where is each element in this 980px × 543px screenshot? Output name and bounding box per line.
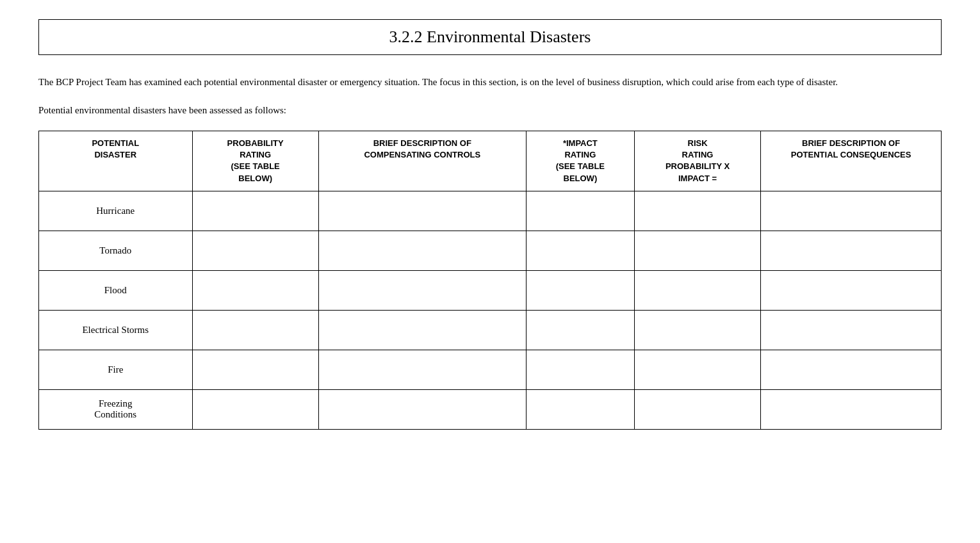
table-cell: Fire xyxy=(39,350,193,389)
table-cell xyxy=(634,310,760,350)
table-cell xyxy=(761,191,942,231)
disasters-table: POTENTIALDISASTER PROBABILITYRATING(SEE … xyxy=(38,131,942,430)
table-cell: Flood xyxy=(39,270,193,310)
table-cell xyxy=(634,389,760,429)
table-cell: Tornado xyxy=(39,231,193,270)
table-cell xyxy=(634,231,760,270)
table-cell: FreezingConditions xyxy=(39,389,193,429)
table-row: Tornado xyxy=(39,231,942,270)
table-row: Flood xyxy=(39,270,942,310)
table-cell xyxy=(318,350,526,389)
header-risk: RISKRATINGPROBABILITY xIMPACT = xyxy=(634,131,760,191)
table-cell xyxy=(192,191,318,231)
header-consequences: BRIEF DESCRIPTION OFPOTENTIAL CONSEQUENC… xyxy=(761,131,942,191)
table-cell xyxy=(761,310,942,350)
table-row: Hurricane xyxy=(39,191,942,231)
table-row: Fire xyxy=(39,350,942,389)
table-cell: Electrical Storms xyxy=(39,310,193,350)
table-cell xyxy=(318,310,526,350)
header-probability: PROBABILITYRATING(SEE TABLEBELOW) xyxy=(192,131,318,191)
table-cell xyxy=(526,231,634,270)
table-cell xyxy=(318,389,526,429)
page-title: 3.2.2 Environmental Disasters xyxy=(389,28,591,46)
title-box: 3.2.2 Environmental Disasters xyxy=(38,19,942,55)
table-cell xyxy=(761,231,942,270)
table-cell xyxy=(634,270,760,310)
table-cell xyxy=(761,389,942,429)
table-cell xyxy=(192,389,318,429)
table-cell xyxy=(318,270,526,310)
header-disaster: POTENTIALDISASTER xyxy=(39,131,193,191)
header-impact: *IMPACTRATING(SEE TABLEBELOW) xyxy=(526,131,634,191)
table-cell xyxy=(634,350,760,389)
table-cell: Hurricane xyxy=(39,191,193,231)
table-cell xyxy=(526,350,634,389)
table-cell xyxy=(318,231,526,270)
table-cell xyxy=(634,191,760,231)
table-cell xyxy=(761,270,942,310)
intro-paragraph: The BCP Project Team has examined each p… xyxy=(38,74,942,90)
table-cell xyxy=(192,310,318,350)
table-cell xyxy=(526,389,634,429)
page-container: 3.2.2 Environmental Disasters The BCP Pr… xyxy=(38,19,942,430)
table-cell xyxy=(526,310,634,350)
table-row: Electrical Storms xyxy=(39,310,942,350)
table-cell xyxy=(526,270,634,310)
table-cell xyxy=(761,350,942,389)
subheading: Potential environmental disasters have b… xyxy=(38,102,942,118)
table-cell xyxy=(192,231,318,270)
table-header-row: POTENTIALDISASTER PROBABILITYRATING(SEE … xyxy=(39,131,942,191)
table-cell xyxy=(318,191,526,231)
table-cell xyxy=(192,350,318,389)
table-row: FreezingConditions xyxy=(39,389,942,429)
header-brief-desc: BRIEF DESCRIPTION OFCOMPENSATING CONTROL… xyxy=(318,131,526,191)
table-cell xyxy=(526,191,634,231)
table-cell xyxy=(192,270,318,310)
